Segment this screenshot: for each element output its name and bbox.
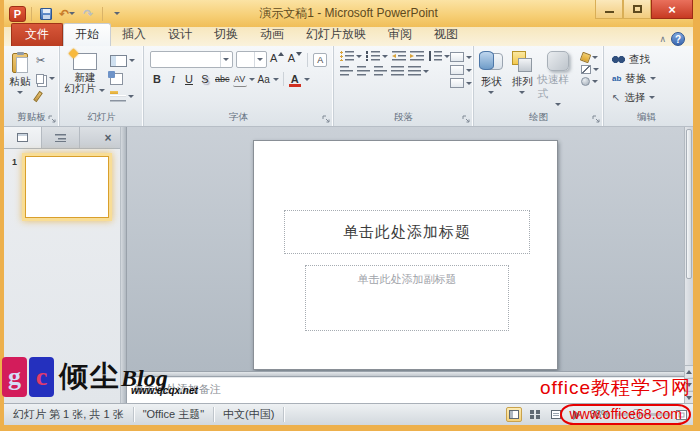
- redo-button[interactable]: ↷: [79, 5, 97, 23]
- clear-formatting-button[interactable]: A: [313, 53, 327, 67]
- subtitle-placeholder[interactable]: 单击此处添加副标题: [305, 265, 509, 331]
- shrink-font-button[interactable]: A: [288, 52, 303, 68]
- slide-editor[interactable]: 单击此处添加标题 单击此处添加副标题: [253, 140, 558, 370]
- select-button[interactable]: ↖ 选择: [612, 89, 689, 106]
- font-name-combo[interactable]: [150, 51, 233, 68]
- grow-font-button[interactable]: A: [270, 52, 285, 68]
- format-painter-button[interactable]: [34, 88, 57, 105]
- language-indicator[interactable]: 中文(中国): [214, 407, 283, 422]
- dialog-launcher-icon[interactable]: [462, 115, 471, 124]
- tab-outline[interactable]: [42, 127, 80, 148]
- powerpoint-app-icon[interactable]: P: [9, 6, 26, 22]
- font-color-button[interactable]: A: [288, 71, 302, 87]
- customize-qat-button[interactable]: [108, 5, 126, 23]
- increase-indent-button[interactable]: [410, 51, 424, 61]
- scrollbar-thumb[interactable]: [686, 129, 692, 279]
- help-button[interactable]: ?: [671, 32, 685, 46]
- dialog-launcher-icon[interactable]: [48, 115, 57, 124]
- tab-file[interactable]: 文件: [11, 23, 63, 46]
- dropdown-arrow-icon: [129, 59, 135, 62]
- text-direction-button[interactable]: [450, 52, 472, 62]
- close-panel-button[interactable]: ×: [96, 127, 120, 148]
- reset-button[interactable]: [108, 70, 137, 87]
- align-text-icon: [450, 65, 464, 75]
- dialog-launcher-icon[interactable]: [322, 115, 331, 124]
- tab-slideshow[interactable]: 幻灯片放映: [295, 24, 377, 46]
- align-left-button[interactable]: [340, 66, 353, 76]
- change-case-button[interactable]: Aa: [257, 71, 271, 87]
- tab-design[interactable]: 设计: [157, 24, 203, 46]
- find-button[interactable]: 查找: [612, 51, 689, 68]
- strikethrough-button[interactable]: abc: [214, 71, 231, 87]
- copy-button[interactable]: [34, 70, 57, 87]
- slide-counter[interactable]: 幻灯片 第 1 张, 共 1 张: [4, 407, 133, 422]
- divider: [307, 53, 308, 67]
- dropdown-arrow-icon: [223, 58, 229, 61]
- group-label-paragraph: 段落: [334, 111, 473, 124]
- align-text-button[interactable]: [450, 65, 472, 75]
- collapse-ribbon-button[interactable]: ∧: [659, 34, 666, 44]
- cut-button[interactable]: ✂: [34, 52, 57, 69]
- watermark-url: www.qcqx.net: [131, 385, 198, 396]
- bullets-button[interactable]: [340, 51, 362, 61]
- save-button[interactable]: [37, 5, 55, 23]
- align-right-button[interactable]: [374, 66, 387, 76]
- new-slide-button[interactable]: 新建 幻灯片: [62, 49, 108, 112]
- align-center-button[interactable]: [357, 66, 370, 76]
- columns-button[interactable]: [408, 66, 429, 76]
- tab-slides-thumbnails[interactable]: [4, 127, 42, 148]
- replace-icon: ab: [612, 74, 621, 83]
- character-spacing-button[interactable]: AV: [233, 71, 247, 87]
- italic-button[interactable]: I: [166, 71, 180, 87]
- numbering-icon: [366, 51, 380, 61]
- title-placeholder[interactable]: 单击此处添加标题: [284, 210, 530, 254]
- quick-styles-button[interactable]: 快速样式: [538, 49, 579, 112]
- layout-button[interactable]: [108, 52, 137, 69]
- tab-review[interactable]: 审阅: [377, 24, 423, 46]
- bold-button[interactable]: B: [150, 71, 164, 87]
- tab-transitions[interactable]: 切换: [203, 24, 249, 46]
- section-button[interactable]: [108, 88, 137, 105]
- theme-name[interactable]: "Office 主题": [134, 407, 213, 422]
- maximize-button[interactable]: [623, 0, 651, 19]
- shape-effects-icon: [581, 77, 590, 86]
- numbering-button[interactable]: [366, 51, 388, 61]
- close-button[interactable]: ×: [651, 0, 693, 19]
- copy-icon: [36, 74, 44, 84]
- align-center-icon: [357, 66, 370, 76]
- shape-outline-button[interactable]: [581, 65, 599, 74]
- minimize-button[interactable]: [595, 0, 623, 19]
- convert-smartart-button[interactable]: [450, 78, 472, 88]
- dropdown-arrow-icon: [592, 56, 598, 59]
- replace-button[interactable]: ab 替换: [612, 70, 689, 87]
- shape-effects-button[interactable]: [581, 77, 598, 86]
- dropdown-arrow-icon: [69, 12, 75, 15]
- shapes-icon: [479, 51, 503, 73]
- tab-view[interactable]: 视图: [423, 24, 469, 46]
- divider: [283, 407, 284, 422]
- dropdown-arrow-icon: [249, 78, 255, 81]
- justify-button[interactable]: [391, 66, 404, 76]
- format-painter-icon: [33, 91, 43, 102]
- vertical-scrollbar[interactable]: [684, 127, 693, 403]
- slide-thumbnail[interactable]: [25, 156, 109, 218]
- arrange-button[interactable]: 排列: [507, 49, 538, 112]
- shapes-button[interactable]: 形状: [476, 49, 507, 112]
- text-shadow-button[interactable]: S: [198, 71, 212, 87]
- tab-home[interactable]: 开始: [63, 23, 111, 46]
- maximize-icon: [633, 5, 642, 13]
- underline-button[interactable]: U: [182, 71, 196, 87]
- font-size-combo[interactable]: [236, 51, 267, 68]
- dropdown-arrow-icon: [99, 89, 105, 92]
- normal-view-button[interactable]: [506, 407, 522, 422]
- line-spacing-button[interactable]: [428, 51, 450, 61]
- dialog-launcher-icon[interactable]: [592, 115, 601, 124]
- tab-insert[interactable]: 插入: [111, 24, 157, 46]
- save-icon: [40, 8, 52, 20]
- paste-button[interactable]: 粘贴: [6, 49, 34, 112]
- decrease-indent-button[interactable]: [392, 51, 406, 61]
- shape-fill-button[interactable]: [581, 53, 598, 62]
- undo-button[interactable]: ↶: [58, 5, 76, 23]
- tab-animations[interactable]: 动画: [249, 24, 295, 46]
- shape-outline-icon: [581, 65, 591, 74]
